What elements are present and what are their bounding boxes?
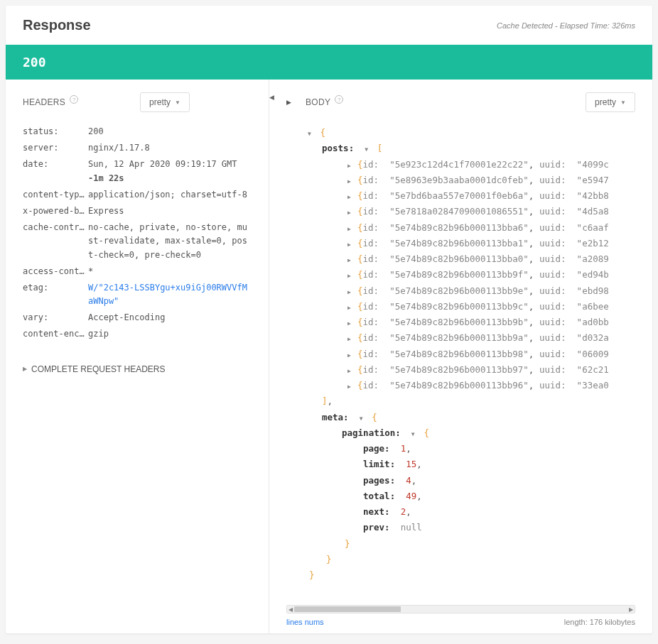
header-key: etag: [23,281,88,308]
json-array-item[interactable]: ▶{id: "5e7bd6baa557e70001f0eb6a", uuid: … [295,188,635,204]
json-array-item[interactable]: ▶{id: "5e74b89c82b96b000113bba0", uuid: … [295,251,635,267]
header-key: vary: [23,311,88,324]
expand-icon[interactable]: ▶ [347,177,355,187]
panels: HEADERS ? pretty ▼ ◀ status:200server:ng… [6,80,652,633]
expand-icon[interactable]: ▶ [347,351,355,361]
collapse-right-icon[interactable]: ▶ [286,99,291,106]
help-icon[interactable]: ? [335,95,343,104]
header-value: application/json; charset=utf-8 [88,188,252,202]
header-value: Sun, 12 Apr 2020 09:19:17 GMT-1m 22s [88,158,252,185]
expand-icon[interactable]: ▶ [347,256,355,266]
headers-table: status:200server:nginx/1.17.8date:Sun, 1… [23,125,252,344]
json-array-item[interactable]: ▶{id: "5e74b89c82b96b000113bb98", uuid: … [295,346,635,362]
header-row: server:nginx/1.17.8 [23,141,252,155]
json-array-item[interactable]: ▶{id: "5e74b89c82b96b000113bb9c", uuid: … [295,299,635,315]
header-value: Express [88,204,252,218]
dropdown-label: pretty [595,97,616,107]
json-field: total: 49, [295,489,635,504]
expand-icon[interactable]: ▶ [347,382,355,392]
header-value: * [88,265,252,278]
header-row: vary:Accept-Encoding [23,311,252,324]
header-row: status:200 [23,125,252,138]
header-value: 200 [88,125,252,138]
body-title: BODY [306,97,330,107]
complete-headers-toggle[interactable]: ▶ COMPLETE REQUEST HEADERS [23,364,252,374]
body-length: length: 176 kilobytes [564,618,635,626]
header-key: content-typ… [23,188,88,202]
header-row: etag:W/"2c143-LSSBYgu+xu9iGj00RWVVfMaWNp… [23,281,252,308]
header-row: content-typ…application/json; charset=ut… [23,188,252,202]
json-field: page: 1, [295,441,635,457]
complete-headers-label: COMPLETE REQUEST HEADERS [31,364,165,374]
json-array-item[interactable]: ▶{id: "5e7818a02847090001086551", uuid: … [295,204,635,219]
json-field: limit: 15, [295,457,635,472]
status-bar: 200 [6,45,652,80]
body-format-dropdown[interactable]: pretty ▼ [586,92,635,112]
header-subvalue: -1m 22s [88,172,252,185]
header-value[interactable]: W/"2c143-LSSBYgu+xu9iGj00RWVVfMaWNpw" [88,281,252,308]
header-value: gzip [88,327,252,341]
body-panel-head: ▶ BODY ? pretty ▼ [286,92,635,112]
headers-title: HEADERS [23,97,65,107]
scroll-right-icon[interactable]: ▶ [627,606,635,613]
headers-format-dropdown[interactable]: pretty ▼ [140,92,190,112]
status-code: 200 [23,55,46,70]
scroll-thumb[interactable] [294,606,401,612]
expand-icon: ▶ [23,366,27,372]
json-array-item[interactable]: ▶{id: "5e74b89c82b96b000113bba1", uuid: … [295,236,635,251]
json-array-item[interactable]: ▶{id: "5e74b89c82b96b000113bb97", uuid: … [295,362,635,378]
body-panel: ▶ BODY ? pretty ▼ ▼ {posts: ▼ [▶{id: "5e… [269,80,652,633]
collapse-icon[interactable]: ▼ [360,414,367,424]
header-value: nginx/1.17.8 [88,141,252,155]
expand-icon[interactable]: ▶ [347,192,355,202]
expand-icon[interactable]: ▶ [347,271,355,281]
card-header: Response Cache Detected - Elapsed Time: … [6,6,652,45]
expand-icon[interactable]: ▶ [347,366,355,376]
expand-icon[interactable]: ▶ [347,303,355,313]
expand-icon[interactable]: ▶ [347,208,355,218]
expand-icon[interactable]: ▶ [347,319,355,329]
expand-icon[interactable]: ▶ [347,288,355,298]
help-icon[interactable]: ? [70,95,78,104]
expand-icon[interactable]: ▶ [347,224,355,234]
header-row: content-enc…gzip [23,327,252,341]
header-row: access-cont…* [23,265,252,278]
caret-down-icon: ▼ [175,99,180,106]
header-key: x-powered-b… [23,204,88,218]
header-row: date:Sun, 12 Apr 2020 09:19:17 GMT-1m 22… [23,158,252,185]
headers-panel: HEADERS ? pretty ▼ ◀ status:200server:ng… [6,80,269,633]
header-row: x-powered-b…Express [23,204,252,218]
json-array-item[interactable]: ▶{id: "5e74b89c82b96b000113bb96", uuid: … [295,378,635,393]
expand-icon[interactable]: ▶ [347,240,355,250]
collapse-icon[interactable]: ▼ [308,129,315,139]
collapse-icon[interactable]: ▼ [365,145,372,155]
expand-icon[interactable]: ▶ [347,334,355,344]
json-array-item[interactable]: ▶{id: "5e74b89c82b96b000113bb9b", uuid: … [295,315,635,330]
cache-note: Cache Detected - Elapsed Time: 326ms [497,21,635,30]
header-value: Accept-Encoding [88,311,252,324]
json-array-item[interactable]: ▶{id: "5e74b89c82b96b000113bb9e", uuid: … [295,283,635,299]
json-viewer[interactable]: ▼ {posts: ▼ [▶{id: "5e923c12d4c1f70001e2… [286,125,635,601]
header-key: access-cont… [23,265,88,278]
json-array-item[interactable]: ▶{id: "5e8963e9b3aaba0001dc0feb", uuid: … [295,173,635,188]
scroll-left-icon[interactable]: ◀ [287,606,294,613]
json-array-item[interactable]: ▶{id: "5e923c12d4c1f70001e22c22", uuid: … [295,157,635,173]
headers-panel-head: HEADERS ? pretty ▼ [23,92,252,112]
header-key: content-enc… [23,327,88,341]
header-value: no-cache, private, no-store, must-revali… [88,221,252,262]
header-key: status: [23,125,88,138]
json-array-item[interactable]: ▶{id: "5e74b89c82b96b000113bb9a", uuid: … [295,330,635,346]
header-key: date: [23,158,88,185]
collapse-icon[interactable]: ▼ [411,430,419,440]
expand-icon[interactable]: ▶ [347,161,355,171]
json-field: pages: 4, [295,473,635,489]
body-footer: lines nums length: 176 kilobytes [286,618,635,626]
response-card: Response Cache Detected - Elapsed Time: … [6,6,652,633]
json-array-item[interactable]: ▶{id: "5e74b89c82b96b000113bb9f", uuid: … [295,267,635,283]
caret-down-icon: ▼ [620,99,626,106]
json-field: next: 2, [295,504,635,520]
lines-nums-link[interactable]: lines nums [286,618,324,626]
header-row: cache-contr…no-cache, private, no-store,… [23,221,252,262]
json-array-item[interactable]: ▶{id: "5e74b89c82b96b000113bba6", uuid: … [295,220,635,236]
horizontal-scrollbar[interactable]: ◀ ▶ [286,605,635,613]
